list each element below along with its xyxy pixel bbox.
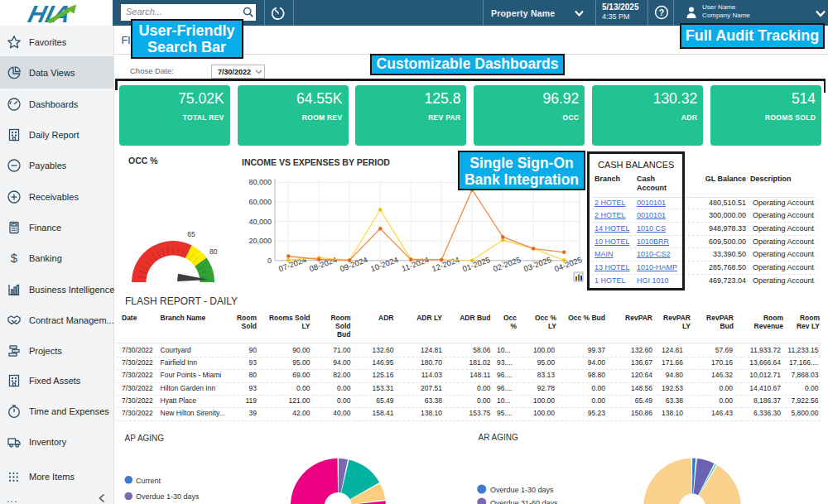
svg-text:80: 80 <box>209 247 218 256</box>
svg-text:80,000: 80,000 <box>248 178 272 186</box>
svg-text:65: 65 <box>187 230 195 238</box>
svg-text:60,000: 60,000 <box>248 198 272 206</box>
svg-text:02-2025: 02-2025 <box>492 255 522 273</box>
svg-text:11-2024: 11-2024 <box>401 255 431 273</box>
svg-text:?: ? <box>659 7 664 17</box>
svg-text:40,000: 40,000 <box>248 218 272 226</box>
svg-text:09-2024: 09-2024 <box>339 255 369 273</box>
svg-text:03-2025: 03-2025 <box>522 255 553 273</box>
svg-text:$: $ <box>11 251 18 265</box>
svg-text:10-2024: 10-2024 <box>369 255 400 273</box>
svg-text:12-2024: 12-2024 <box>431 255 461 273</box>
svg-text:20,000: 20,000 <box>248 237 272 245</box>
svg-text:0: 0 <box>267 257 272 265</box>
